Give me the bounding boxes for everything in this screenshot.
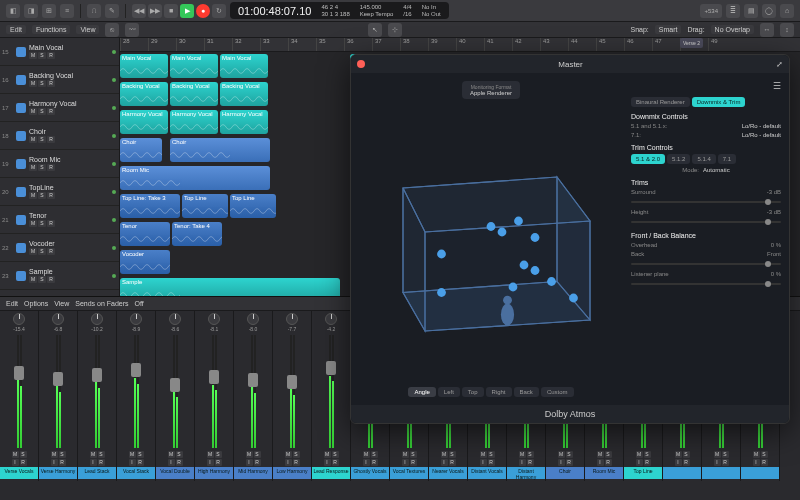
timecode[interactable]: 01:00:48:07.10 — [238, 5, 311, 17]
sends-toggle[interactable]: Off — [135, 300, 144, 307]
pointer-tool-icon[interactable]: ↖ — [368, 23, 382, 37]
ch-mute[interactable]: M — [714, 451, 721, 458]
ch-mute[interactable]: M — [129, 451, 136, 458]
mute-button[interactable]: M — [29, 164, 37, 171]
fader[interactable] — [319, 333, 343, 450]
ch-input[interactable]: I — [597, 459, 604, 466]
track-icon[interactable] — [16, 103, 26, 113]
ch-rec[interactable]: R — [605, 459, 612, 466]
ch-input[interactable]: I — [753, 459, 760, 466]
fader[interactable] — [241, 333, 265, 450]
audio-region[interactable]: Room Mic — [120, 166, 270, 190]
track-icon[interactable] — [16, 187, 26, 197]
ch-input[interactable]: I — [675, 459, 682, 466]
audio-region[interactable]: Top Line — [230, 194, 276, 218]
ch-input[interactable]: I — [285, 459, 292, 466]
downmix-51-select[interactable]: Lo/Ro - default — [742, 123, 781, 129]
pan-knob[interactable] — [169, 313, 181, 325]
channel-strip[interactable]: -10.2 MS IR Lead Stack — [78, 311, 117, 481]
ruler-tick[interactable]: 45 — [596, 38, 624, 51]
track-icon[interactable] — [16, 131, 26, 141]
cycle-button[interactable]: ↻ — [212, 4, 226, 18]
audio-region[interactable]: Sample — [120, 278, 340, 296]
mute-button[interactable]: M — [29, 108, 37, 115]
record-enable-button[interactable]: R — [47, 220, 55, 227]
record-enable-button[interactable]: R — [47, 248, 55, 255]
ch-input[interactable]: I — [207, 459, 214, 466]
fader[interactable] — [46, 333, 70, 450]
ch-mute[interactable]: M — [402, 451, 409, 458]
track-icon[interactable] — [16, 243, 26, 253]
browser-icon[interactable]: ⌂ — [780, 4, 794, 18]
track-header[interactable]: 16 Backing Vocal MSR — [0, 66, 119, 94]
record-button[interactable]: ● — [196, 4, 210, 18]
ch-mute[interactable]: M — [12, 451, 19, 458]
ch-rec[interactable]: R — [488, 459, 495, 466]
ch-input[interactable]: I — [363, 459, 370, 466]
ch-rec[interactable]: R — [761, 459, 768, 466]
solo-button[interactable]: S — [38, 192, 46, 199]
ch-mute[interactable]: M — [207, 451, 214, 458]
ch-input[interactable]: I — [129, 459, 136, 466]
channel-label[interactable]: Vocal Stack — [117, 467, 155, 479]
track-header[interactable]: 17 Harmony Vocal MSR — [0, 94, 119, 122]
ch-mute[interactable]: M — [246, 451, 253, 458]
master-panel[interactable]: Master ⤢ Monitoring Format Apple Rendere… — [350, 54, 790, 424]
fader-handle[interactable] — [53, 372, 63, 386]
track-name[interactable]: TopLine — [29, 184, 110, 191]
marker[interactable]: Verse 2 — [680, 38, 703, 48]
fader-handle[interactable] — [326, 361, 336, 375]
ruler-tick[interactable]: 37 — [372, 38, 400, 51]
trim-tab[interactable]: 7.1 — [718, 154, 736, 164]
fader-handle[interactable] — [170, 378, 180, 392]
audio-region[interactable]: Backing Vocal — [120, 82, 168, 106]
channel-label[interactable]: Low Harmony — [273, 467, 311, 479]
ch-input[interactable]: I — [636, 459, 643, 466]
channel-label[interactable] — [741, 467, 779, 479]
channel-strip[interactable]: -8.6 MS IR Vocal Double — [156, 311, 195, 481]
list-editors-icon[interactable]: ≣ — [726, 4, 740, 18]
drag-select[interactable]: No Overlap — [711, 25, 754, 34]
channel-label[interactable]: Lead Response — [312, 467, 350, 479]
ch-rec[interactable]: R — [410, 459, 417, 466]
ruler-tick[interactable]: 49 — [708, 38, 736, 51]
audio-region[interactable]: Main Vocal — [170, 54, 218, 78]
ch-solo[interactable]: S — [254, 451, 261, 458]
solo-button[interactable]: S — [38, 80, 46, 87]
ch-mute[interactable]: M — [90, 451, 97, 458]
smart-controls-icon[interactable]: ≡ — [60, 4, 74, 18]
view-tab[interactable]: Top — [462, 387, 484, 397]
ch-solo[interactable]: S — [98, 451, 105, 458]
ch-rec[interactable]: R — [293, 459, 300, 466]
ch-input[interactable]: I — [324, 459, 331, 466]
track-name[interactable]: Choir — [29, 128, 110, 135]
rewind-button[interactable]: ◀◀ — [132, 4, 146, 18]
audio-region[interactable]: Main Vocal — [120, 54, 168, 78]
zoom-h-icon[interactable]: ↔ — [760, 23, 774, 37]
track-header[interactable]: 18 Choir MSR — [0, 122, 119, 150]
pan-knob[interactable] — [247, 313, 259, 325]
ch-input[interactable]: I — [480, 459, 487, 466]
track-header[interactable]: 20 TopLine MSR — [0, 178, 119, 206]
channel-label[interactable]: Room Mic — [585, 467, 623, 479]
ruler-tick[interactable]: 35 — [316, 38, 344, 51]
solo-button[interactable]: S — [38, 220, 46, 227]
audio-region[interactable]: Backing Vocal — [220, 82, 268, 106]
forward-button[interactable]: ▶▶ — [148, 4, 162, 18]
view-tab[interactable]: Back — [514, 387, 539, 397]
audio-region[interactable]: Tenor — [120, 222, 170, 246]
ch-rec[interactable]: R — [683, 459, 690, 466]
ch-mute[interactable]: M — [363, 451, 370, 458]
mixer-view-menu[interactable]: View — [54, 300, 69, 307]
ch-mute[interactable]: M — [168, 451, 175, 458]
track-icon[interactable] — [16, 215, 26, 225]
track-header[interactable]: 21 Tenor MSR — [0, 206, 119, 234]
ch-rec[interactable]: R — [566, 459, 573, 466]
ch-rec[interactable]: R — [98, 459, 105, 466]
ch-mute[interactable]: M — [636, 451, 643, 458]
view-tab[interactable]: Left — [438, 387, 460, 397]
ch-solo[interactable]: S — [566, 451, 573, 458]
ch-solo[interactable]: S — [488, 451, 495, 458]
track-name[interactable]: Backing Vocal — [29, 72, 110, 79]
mixer-icon[interactable]: ⎍ — [87, 4, 101, 18]
